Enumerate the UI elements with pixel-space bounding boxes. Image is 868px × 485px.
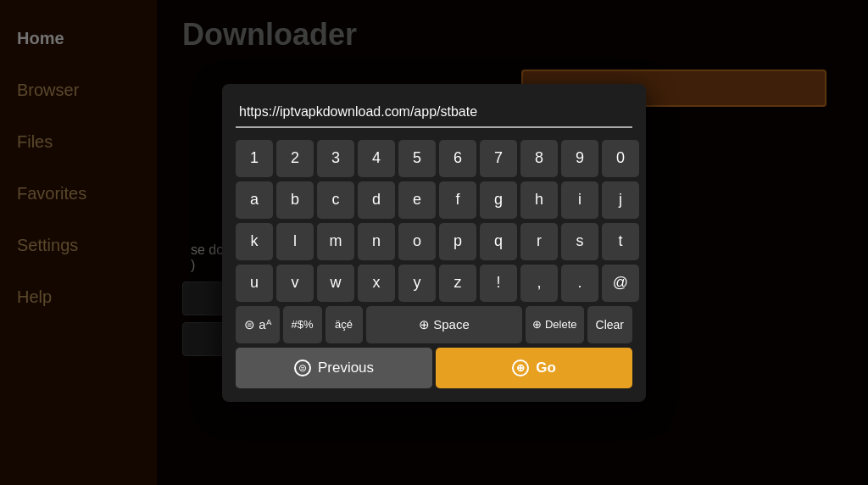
key-h[interactable]: h xyxy=(520,181,558,219)
key-c[interactable]: c xyxy=(317,181,354,219)
key-comma[interactable]: , xyxy=(520,265,558,302)
key-clear[interactable]: Clear xyxy=(587,306,632,343)
key-1[interactable]: 1 xyxy=(236,140,273,177)
key-4[interactable]: 4 xyxy=(358,140,395,177)
key-at[interactable]: @ xyxy=(602,265,639,302)
key-7[interactable]: 7 xyxy=(480,140,517,177)
key-e[interactable]: e xyxy=(398,181,436,219)
key-v[interactable]: v xyxy=(276,265,314,302)
key-u[interactable]: u xyxy=(236,265,273,302)
key-i[interactable]: i xyxy=(561,181,598,219)
key-r[interactable]: r xyxy=(520,223,558,260)
key-b[interactable]: b xyxy=(276,181,314,219)
key-d[interactable]: d xyxy=(358,181,395,219)
key-l[interactable]: l xyxy=(276,223,314,260)
key-x[interactable]: x xyxy=(358,265,395,302)
key-delete[interactable]: ⊕ Delete xyxy=(526,306,583,343)
key-accent[interactable]: äçé xyxy=(326,306,363,343)
key-k[interactable]: k xyxy=(236,223,273,260)
key-mode-icon[interactable]: ⊜ aᴬ xyxy=(236,306,280,343)
keyboard-modal: 1 2 3 4 5 6 7 8 9 0 a b c d e f g h xyxy=(222,84,646,402)
bottom-navigation: ⊜ Previous ⊕ Go xyxy=(236,348,632,388)
key-o[interactable]: o xyxy=(398,223,436,260)
key-8[interactable]: 8 xyxy=(520,140,558,177)
alpha-row-2: k l m n o p q r s t xyxy=(236,223,632,260)
special-row: ⊜ aᴬ #$% äçé ⊕ Space ⊕ Delete Clear xyxy=(236,306,632,343)
alpha-row-1: a b c d e f g h i j xyxy=(236,181,632,219)
number-row: 1 2 3 4 5 6 7 8 9 0 xyxy=(236,140,632,177)
previous-icon: ⊜ xyxy=(294,360,311,376)
key-2[interactable]: 2 xyxy=(276,140,314,177)
key-6[interactable]: 6 xyxy=(439,140,476,177)
key-exclaim[interactable]: ! xyxy=(480,265,517,302)
url-input[interactable] xyxy=(236,98,632,128)
key-j[interactable]: j xyxy=(602,181,639,219)
key-t[interactable]: t xyxy=(602,223,639,260)
key-period[interactable]: . xyxy=(561,265,598,302)
key-5[interactable]: 5 xyxy=(398,140,436,177)
keyboard-rows: 1 2 3 4 5 6 7 8 9 0 a b c d e f g h xyxy=(236,140,632,343)
key-y[interactable]: y xyxy=(398,265,436,302)
key-hash[interactable]: #$% xyxy=(283,306,322,343)
key-3[interactable]: 3 xyxy=(317,140,354,177)
modal-overlay: 1 2 3 4 5 6 7 8 9 0 a b c d e f g h xyxy=(0,0,868,485)
key-9[interactable]: 9 xyxy=(561,140,598,177)
previous-button[interactable]: ⊜ Previous xyxy=(236,348,432,388)
alpha-row-3: u v w x y z ! , . @ xyxy=(236,265,632,302)
key-z[interactable]: z xyxy=(439,265,476,302)
key-s[interactable]: s xyxy=(561,223,598,260)
key-g[interactable]: g xyxy=(480,181,517,219)
go-icon: ⊕ xyxy=(512,360,529,376)
key-w[interactable]: w xyxy=(317,265,354,302)
key-p[interactable]: p xyxy=(439,223,476,260)
key-0[interactable]: 0 xyxy=(602,140,639,177)
key-n[interactable]: n xyxy=(358,223,395,260)
key-a[interactable]: a xyxy=(236,181,273,219)
go-button[interactable]: ⊕ Go xyxy=(436,348,632,388)
key-space[interactable]: ⊕ Space xyxy=(366,306,523,343)
key-q[interactable]: q xyxy=(480,223,517,260)
key-f[interactable]: f xyxy=(439,181,476,219)
key-m[interactable]: m xyxy=(317,223,354,260)
